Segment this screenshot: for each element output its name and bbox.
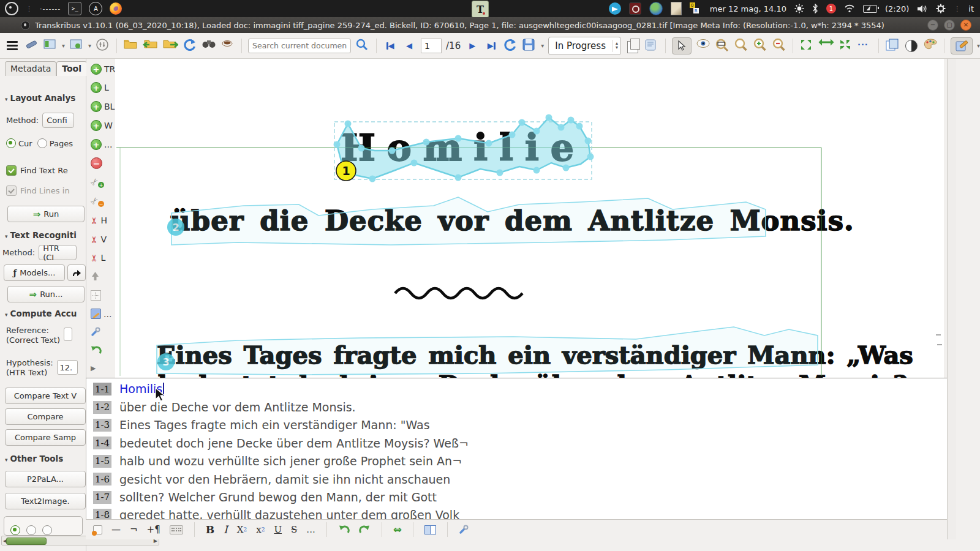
bottom-view-dropdown-icon[interactable]: ▾ [88, 42, 91, 49]
volume-icon[interactable] [917, 4, 928, 13]
redo-button[interactable] [359, 525, 371, 534]
reload-doc-icon[interactable] [183, 38, 197, 54]
status-spinner[interactable]: ▴▾ [612, 40, 618, 52]
transcript-row[interactable]: 1-6 gesicht vor den Hebräern, damit sie … [86, 470, 947, 488]
bold-button[interactable]: B [206, 523, 214, 536]
first-page-button[interactable]: ◀ [383, 38, 398, 54]
app-switcher-icon[interactable]: A [89, 2, 102, 15]
remove-point-button[interactable]: ✂− [91, 195, 99, 206]
search-input[interactable] [248, 39, 351, 53]
layout-run-button[interactable]: ⇒ Run [7, 206, 85, 222]
transcription-panel[interactable]: 1-1 Homilis 1-2 über die Deche vor dem A… [86, 378, 947, 519]
line-number-badge[interactable]: 1-1 [93, 383, 111, 395]
bluetooth-icon[interactable] [812, 4, 818, 13]
compare-text-versions-button[interactable]: Compare Text V [5, 388, 86, 404]
transcript-row[interactable]: 1-1 Homilis [86, 380, 947, 398]
subscript-button[interactable]: X2 [237, 524, 247, 535]
p2pala-button[interactable]: P2PaLA... [5, 471, 86, 487]
add-other-button[interactable]: +... [91, 139, 112, 150]
section-compute-accuracy[interactable]: ▾Compute Accu [0, 309, 91, 318]
line-number-badge[interactable]: 1-4 [93, 437, 111, 449]
notification-badge[interactable]: 1 [826, 4, 836, 13]
save-icon[interactable] [522, 38, 537, 54]
next-page-button[interactable]: ▶ [465, 38, 480, 54]
contrast-icon[interactable] [904, 38, 919, 54]
previous-page-button[interactable]: ◀ [402, 38, 417, 54]
save-dropdown-icon[interactable]: ▾ [541, 42, 544, 49]
swap-text-button[interactable]: ⇔ [393, 523, 402, 536]
underline-button[interactable]: U [274, 524, 282, 535]
fit-width-icon[interactable] [818, 38, 834, 54]
zoom-to-region-icon[interactable] [715, 38, 729, 54]
clipped-radio[interactable] [42, 525, 52, 535]
table-tools-button[interactable] [91, 290, 101, 301]
split-line-button[interactable]: ✂L [91, 252, 105, 263]
close-button[interactable]: ✕ [960, 20, 971, 31]
refresh-page-icon[interactable] [503, 38, 518, 54]
scrollbar-thumb[interactable] [6, 538, 47, 545]
undo-shape-button[interactable] [91, 345, 102, 355]
add-point-button[interactable]: ✂+ [91, 176, 99, 187]
workspace-indicator[interactable]: 0 B [690, 2, 702, 15]
train-button[interactable] [67, 264, 86, 281]
pen-tool-icon[interactable] [24, 38, 39, 54]
radio-current-page[interactable] [6, 138, 16, 148]
undo-button[interactable] [338, 525, 350, 534]
minimize-button[interactable]: − [927, 20, 938, 31]
transkribus-taskbar-tile[interactable]: T [472, 1, 489, 18]
jobs-coffee-icon[interactable] [221, 38, 235, 54]
open-folder-icon[interactable] [123, 38, 138, 54]
firefox-icon[interactable] [110, 2, 122, 15]
transcript-row[interactable]: 1-8 geredet hatte, verhüllt dazustehen u… [86, 506, 947, 519]
show-left-view-icon[interactable] [43, 38, 58, 54]
shape-settings-button[interactable] [91, 327, 100, 337]
line-text[interactable]: gesicht vor den Hebräern, damit sie ihn … [119, 473, 450, 486]
zoom-out-icon[interactable] [772, 38, 786, 54]
transcript-settings-button[interactable] [459, 525, 469, 534]
main-menu-icon[interactable] [5, 38, 20, 54]
versions-scroll-icon[interactable] [644, 38, 659, 54]
export-document-icon[interactable] [162, 38, 178, 54]
split-horizontal-button[interactable]: ✂H [91, 215, 107, 226]
line-number-badge[interactable]: 1-2 [93, 401, 111, 414]
htr-method-select[interactable]: HTR (CI [39, 245, 77, 260]
virtual-keyboard-icon[interactable] [170, 525, 183, 534]
line-text[interactable]: Homilis [119, 382, 164, 397]
superscript-button[interactable]: x2 [256, 524, 265, 535]
htr-run-button[interactable]: ⇒ Run... [7, 286, 85, 302]
transcript-row[interactable]: 1-3 Eines Tages fragte mich ein verständ… [86, 416, 947, 434]
fit-page-icon[interactable] [799, 38, 814, 54]
strip-expand-chevron[interactable]: ▶ [91, 364, 96, 372]
palette-icon[interactable] [923, 38, 938, 54]
text2image-button[interactable]: Text2Image. [5, 493, 86, 509]
search-icon[interactable] [355, 38, 370, 54]
more-format-button[interactable]: ... [306, 524, 315, 535]
models-button[interactable]: ƒ Models... [4, 264, 65, 281]
transcript-row[interactable]: 1-7 sollten? Welcher Grund bewog den Man… [86, 488, 947, 506]
import-document-icon[interactable] [142, 38, 158, 54]
maximize-button[interactable]: ▢ [944, 20, 955, 31]
more-view-options[interactable]: ... [858, 38, 872, 54]
terminal-icon[interactable]: >_ [68, 2, 81, 15]
tab-metadata[interactable]: Metadata [5, 61, 56, 76]
compare-samples-button[interactable]: Compare Samp [5, 429, 86, 446]
minimized-app-icon[interactable]: ·------ [40, 5, 61, 13]
split-vertical-button[interactable]: ✂V [91, 234, 107, 245]
wifi-icon[interactable] [844, 4, 855, 13]
insert-notsign-button[interactable]: ¬ [130, 524, 138, 535]
globe-app-icon[interactable] [649, 2, 663, 15]
recorder-app-icon[interactable] [629, 2, 641, 15]
tag-icon[interactable] [93, 525, 102, 534]
hypothesis-select[interactable]: 12. [57, 360, 78, 375]
add-textregion-button[interactable]: +TR [91, 64, 115, 75]
line-number-badge[interactable]: 1-5 [93, 455, 111, 468]
line-number-badge[interactable]: 1-8 [93, 509, 111, 519]
brightness-icon[interactable] [794, 4, 804, 13]
selection-tool-button[interactable] [672, 37, 692, 54]
radio-pages[interactable] [37, 138, 47, 148]
profiles-icon[interactable] [96, 38, 110, 54]
visibility-eye-icon[interactable] [696, 38, 710, 54]
left-view-dropdown-icon[interactable]: ▾ [62, 42, 65, 49]
remove-shape-button[interactable]: − [91, 157, 102, 169]
battery-icon[interactable] [863, 5, 877, 13]
